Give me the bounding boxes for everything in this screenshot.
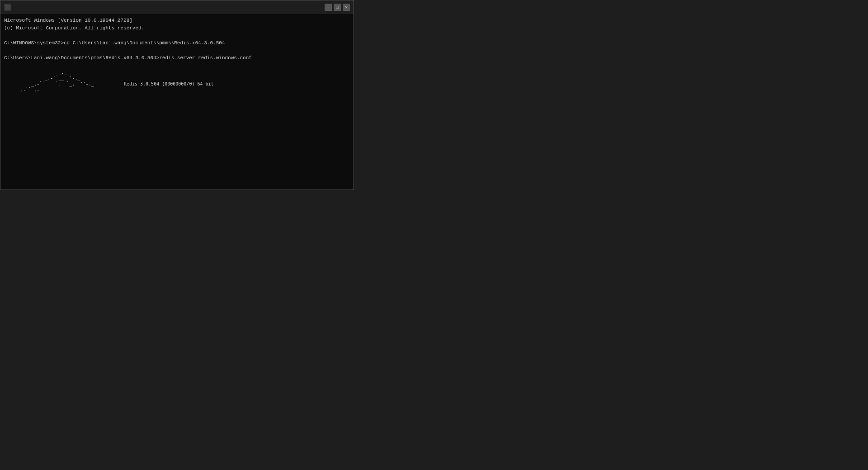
cmd-line-4: C:\Users\Lani.wang\Documents\pmms\Redis-… — [4, 54, 350, 62]
cmd-icon: ⬛ — [4, 4, 11, 11]
cmd-controls[interactable]: ─ □ ✕ — [325, 4, 350, 11]
cmd-titlebar-left: ⬛ — [4, 4, 14, 11]
cmd-window: ⬛ ─ □ ✕ Microsoft Windows [Version 10.0.… — [0, 0, 354, 190]
cmd-line-1: Microsoft Windows [Version 10.0.19044.27… — [4, 17, 350, 24]
cmd-restore[interactable]: □ — [334, 4, 341, 11]
cmd-titlebar: ⬛ ─ □ ✕ — [0, 0, 354, 14]
cmd-line-2: (c) Microsoft Corporation. All rights re… — [4, 24, 350, 32]
cmd-line-3: C:\WINDOWS\system32>cd C:\Users\Lani.wan… — [4, 39, 350, 47]
cmd-close[interactable]: ✕ — [343, 4, 350, 11]
cmd-minimize[interactable]: ─ — [325, 4, 332, 11]
cmd-body: Microsoft Windows [Version 10.0.19044.27… — [0, 14, 354, 95]
